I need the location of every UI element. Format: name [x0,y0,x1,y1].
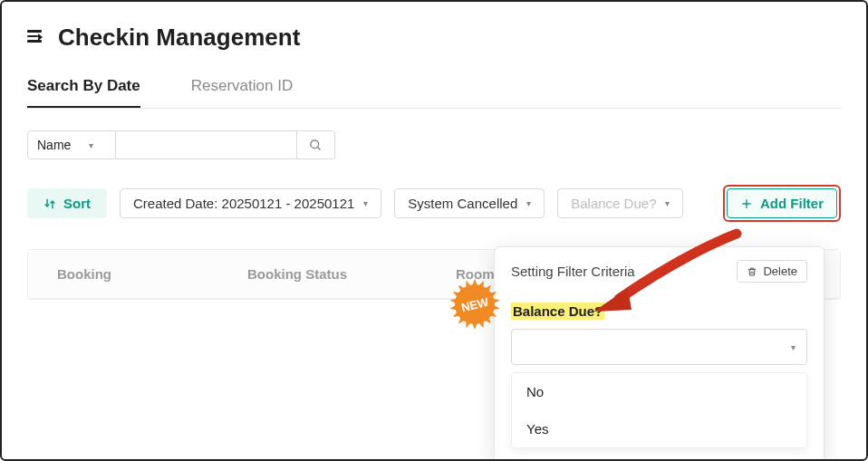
option-no[interactable]: No [512,373,806,410]
filter-criteria-panel: Setting Filter Criteria Delete Balance D… [494,246,825,461]
chevron-down-icon: ▾ [665,198,670,208]
option-yes[interactable]: Yes [512,410,806,447]
tabs: Search By Date Reservation ID [27,77,841,109]
delete-filter-button[interactable]: Delete [737,260,807,283]
filter-chip-balance-due[interactable]: Balance Due? ▾ [557,188,683,218]
delete-label: Delete [763,264,797,278]
search-input[interactable] [116,130,297,159]
svg-line-1 [317,147,320,149]
svg-point-0 [311,139,319,148]
sort-label: Sort [63,196,91,211]
chevron-down-icon: ▾ [89,140,93,150]
add-filter-label: Add Filter [760,196,824,211]
tab-reservation-id[interactable]: Reservation ID [191,77,293,108]
search-field-label: Name [37,138,71,152]
chip-balance-label: Balance Due? [571,196,656,211]
menu-collapse-icon[interactable] [27,30,45,45]
search-field-select[interactable]: Name ▾ [27,130,116,159]
panel-title: Setting Filter Criteria [511,264,635,279]
page-title: Checkin Management [58,24,300,52]
col-booking-status: Booking Status [247,266,392,282]
tab-search-by-date[interactable]: Search By Date [27,77,140,108]
sort-button[interactable]: Sort [27,188,107,218]
chip-created-label: Created Date: 20250121 - 20250121 [133,196,354,211]
criteria-select[interactable]: ▾ [511,329,807,365]
sort-icon [43,197,56,210]
chevron-down-icon: ▾ [363,198,368,208]
filter-chip-created-date[interactable]: Created Date: 20250121 - 20250121 ▾ [120,188,381,218]
header: Checkin Management [27,24,841,52]
chevron-down-icon: ▾ [791,342,796,352]
new-badge: NEW [449,279,500,330]
filter-chip-system-cancelled[interactable]: System Cancelled ▾ [394,188,545,218]
filter-row: Sort Created Date: 20250121 - 20250121 ▾… [27,185,841,222]
search-button[interactable] [297,130,335,159]
add-filter-button[interactable]: Add Filter [727,188,837,218]
search-row: Name ▾ [27,130,841,159]
criteria-dropdown: No Yes [511,372,807,448]
trash-icon [747,266,757,277]
chip-status-label: System Cancelled [408,196,517,211]
plus-icon [740,197,753,210]
search-icon [309,139,323,152]
panel-header: Setting Filter Criteria Delete [511,260,807,283]
chevron-down-icon: ▾ [526,198,531,208]
app-frame: Checkin Management Search By Date Reserv… [0,0,868,461]
col-booking: Booking [57,266,184,282]
criteria-label: Balance Due? [511,303,604,320]
annotation-highlight: Add Filter [723,185,841,222]
